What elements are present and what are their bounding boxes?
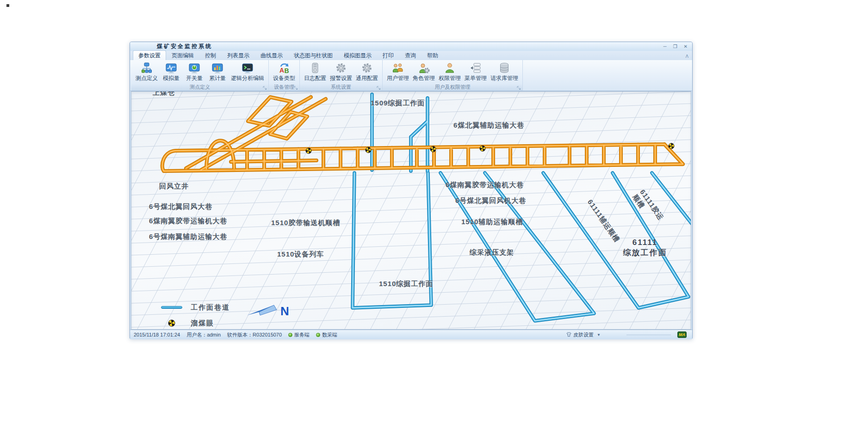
restore-button[interactable]: ❐ bbox=[673, 44, 677, 49]
ribbon-tab[interactable]: 页面编辑 bbox=[166, 50, 199, 60]
ribbon-tab[interactable]: 控制 bbox=[199, 50, 222, 60]
skin-caret-icon: ▼ bbox=[597, 333, 601, 337]
north-label: N bbox=[280, 304, 289, 318]
main-roadway-tunnels bbox=[162, 97, 683, 171]
svg-text:A: A bbox=[279, 67, 284, 74]
ribbon-button-label: 角色管理 bbox=[413, 74, 435, 82]
ribbon-tab[interactable]: 状态图与柱状图 bbox=[288, 50, 338, 60]
ribbon-button-label: 报警设置 bbox=[330, 74, 352, 82]
ribbon-button-label: 设备类型 bbox=[273, 74, 295, 82]
legend-label: 溜煤眼 bbox=[191, 319, 214, 328]
ribbon-group-caption-label: 设备管理 bbox=[274, 84, 294, 91]
ribbon-tab[interactable]: 列表显示 bbox=[222, 50, 255, 60]
ribbon-button-logic-console[interactable]: 逻辑分析编辑 bbox=[229, 61, 266, 82]
status-bar: 2015/11/18 17:01:24 用户名：admin 软件版本：R0320… bbox=[130, 330, 692, 339]
ribbon-group: 测点定义模拟量开关量累计量逻辑分析编辑测点定义 bbox=[131, 60, 269, 91]
ribbon-button-alarm-gear[interactable]: 报警设置 bbox=[328, 61, 354, 82]
map-label: 1509综掘工作面 bbox=[371, 99, 425, 108]
coal-chute-marker-icon bbox=[306, 148, 311, 153]
ribbon-group-caption: 用户及权限管理 bbox=[383, 84, 522, 91]
map-label: 6号煤北翼回风机大巷 bbox=[455, 196, 526, 205]
ribbon-tab[interactable]: 帮助 bbox=[422, 50, 444, 60]
alarm-gear-icon bbox=[335, 62, 347, 74]
ribbon-group: AB设备类型设备管理 bbox=[269, 60, 300, 91]
ribbon-tab[interactable]: 打印 bbox=[377, 50, 399, 60]
ribbon-button-role-user[interactable]: 角色管理 bbox=[411, 61, 437, 82]
ribbon-group: 日志配置报警设置通用配置系统设置 bbox=[300, 60, 383, 91]
network-node-icon bbox=[141, 62, 153, 74]
ribbon-button-label: 通用配置 bbox=[356, 74, 378, 82]
ribbon-tab[interactable]: 查询 bbox=[399, 50, 422, 60]
ribbon-button-log-server[interactable]: 日志配置 bbox=[302, 61, 328, 82]
coal-chute-swatch-icon bbox=[161, 319, 182, 327]
map-label: 6号煤南翼辅助运输大巷 bbox=[149, 233, 227, 241]
log-server-icon bbox=[309, 62, 321, 74]
coal-chute-marker-icon bbox=[430, 147, 436, 152]
ribbon-button-switch-power[interactable]: 开关量 bbox=[183, 61, 206, 82]
dialog-launcher-icon[interactable] bbox=[263, 86, 267, 90]
window-controls: ─❐✕ bbox=[663, 44, 688, 49]
switch-power-icon bbox=[188, 62, 200, 74]
map-label: 综采液压支架 bbox=[470, 248, 514, 257]
daq-status-icon bbox=[316, 333, 320, 337]
map-label: 6煤北翼辅助运输大巷 bbox=[453, 121, 524, 130]
ab-type-icon: AB bbox=[278, 62, 290, 74]
service-status-icon bbox=[288, 333, 292, 337]
ribbon-button-users-group[interactable]: 用户管理 bbox=[385, 61, 411, 82]
ribbon-button-permission-user[interactable]: 权限管理 bbox=[437, 61, 463, 82]
ribbon-tab[interactable]: 曲线显示 bbox=[255, 50, 288, 60]
analog-monitor-icon bbox=[165, 62, 177, 74]
minimize-button[interactable]: ─ bbox=[663, 44, 667, 49]
ribbon-tab[interactable]: 模拟图显示 bbox=[338, 50, 377, 60]
mine-map-canvas[interactable]: 上煤仓1509综掘工作面6煤北翼辅助运输大巷回风立井6号煤北翼回风大巷6煤南翼胶… bbox=[131, 91, 691, 330]
skin-settings-button[interactable]: 皮肤设置 ▼ bbox=[566, 331, 601, 338]
ribbon-tab[interactable]: 参数设置 bbox=[133, 50, 166, 60]
map-label: 1510辅助运输顺槽 bbox=[461, 218, 523, 227]
ribbon-group-caption-label: 测点定义 bbox=[190, 84, 210, 91]
ribbon-button-label: 测点定义 bbox=[136, 74, 158, 82]
ribbon-button-database[interactable]: 请求库管理 bbox=[489, 61, 520, 82]
ma-certification-badge: MA bbox=[677, 331, 687, 338]
ribbon-button-label: 模拟量 bbox=[163, 74, 180, 82]
map-label: 61111 综放工作面 bbox=[623, 238, 667, 258]
map-legend: 工作面巷道溜煤眼 bbox=[161, 300, 230, 330]
ribbon-button-label: 累计量 bbox=[209, 74, 226, 82]
ribbon-button-ab-type[interactable]: AB设备类型 bbox=[271, 61, 297, 82]
ribbon-button-label: 权限管理 bbox=[439, 74, 461, 82]
ribbon-button-label: 用户管理 bbox=[387, 74, 409, 82]
permission-user-icon bbox=[444, 62, 456, 74]
general-gear-icon bbox=[361, 62, 373, 74]
app-window: 煤矿安全监控系统 ─❐✕ 参数设置页面编辑控制列表显示曲线显示状态图与柱状图模拟… bbox=[130, 42, 693, 339]
status-username: 用户名：admin bbox=[186, 331, 221, 338]
ribbon-button-network-node[interactable]: 测点定义 bbox=[134, 61, 160, 82]
screenshot-artifact bbox=[6, 4, 9, 7]
statusbar-divider bbox=[626, 335, 671, 335]
dialog-launcher-icon[interactable] bbox=[294, 86, 298, 90]
dialog-launcher-icon[interactable] bbox=[517, 86, 521, 90]
legend-label: 工作面巷道 bbox=[191, 303, 230, 312]
ribbon-group: 用户管理角色管理权限管理菜单管理请求库管理用户及权限管理 bbox=[383, 60, 523, 91]
ribbon-button-menu-list[interactable]: 菜单管理 bbox=[463, 61, 489, 82]
role-user-icon bbox=[418, 62, 430, 74]
coal-chute-marker-icon bbox=[480, 146, 485, 151]
ribbon-button-label: 逻辑分析编辑 bbox=[231, 74, 264, 82]
ribbon-collapse-icon[interactable]: ᐱ bbox=[686, 54, 688, 59]
ribbon-button-general-gear[interactable]: 通用配置 bbox=[354, 61, 380, 82]
window-title: 煤矿安全监控系统 bbox=[157, 43, 212, 50]
ribbon-button-accumulation-chart[interactable]: 累计量 bbox=[206, 61, 229, 82]
map-label: 6煤南翼胶带运输机大巷 bbox=[149, 217, 227, 226]
tunnel-line-swatch-icon bbox=[161, 306, 182, 309]
coal-chute-marker-icon bbox=[669, 143, 674, 149]
ribbon-toolbar: 测点定义模拟量开关量累计量逻辑分析编辑测点定义AB设备类型设备管理日志配置报警设… bbox=[130, 60, 692, 91]
title-bar: 煤矿安全监控系统 ─❐✕ bbox=[130, 42, 692, 51]
map-label: 回风立井 bbox=[159, 182, 189, 191]
north-arrow-icon bbox=[246, 303, 278, 319]
logic-console-icon bbox=[242, 62, 254, 74]
close-button[interactable]: ✕ bbox=[684, 44, 688, 49]
dialog-launcher-icon[interactable] bbox=[377, 86, 381, 90]
ribbon-button-analog-monitor[interactable]: 模拟量 bbox=[160, 61, 183, 82]
database-icon bbox=[498, 62, 510, 74]
status-version: 软件版本：R032015070 bbox=[227, 331, 282, 338]
ribbon-group-caption-label: 系统设置 bbox=[331, 84, 351, 91]
ribbon-group-caption: 设备管理 bbox=[269, 84, 299, 91]
